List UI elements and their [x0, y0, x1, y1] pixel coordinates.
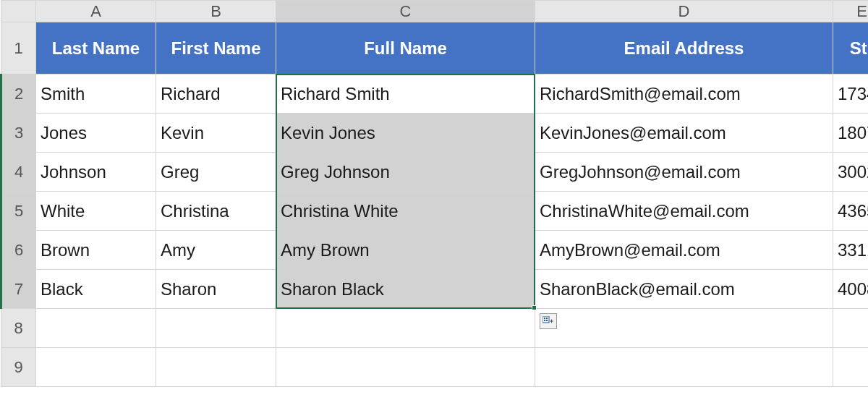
cell-A2[interactable]: Smith: [36, 75, 156, 114]
row-header-4[interactable]: 4: [1, 153, 36, 192]
cell-A5[interactable]: White: [36, 192, 156, 231]
autofill-options-icon: [542, 316, 554, 326]
cell-E2[interactable]: 1734: [833, 75, 869, 114]
cell-B1[interactable]: First Name: [156, 22, 276, 75]
svg-rect-4: [546, 320, 548, 321]
row-header-7[interactable]: 7: [1, 270, 36, 309]
cell-D9[interactable]: [535, 348, 833, 387]
cell-E5[interactable]: 4365: [833, 192, 869, 231]
cell-A9[interactable]: [36, 348, 156, 387]
svg-rect-2: [546, 318, 548, 319]
cell-C6[interactable]: Amy Brown: [276, 231, 535, 270]
row-header-3[interactable]: 3: [1, 114, 36, 153]
row-header-5[interactable]: 5: [1, 192, 36, 231]
cell-E1[interactable]: Str: [833, 22, 869, 75]
cell-B3[interactable]: Kevin: [156, 114, 276, 153]
cell-E6[interactable]: 3311: [833, 231, 869, 270]
svg-rect-1: [544, 318, 545, 319]
cell-E4[interactable]: 3002: [833, 153, 869, 192]
cell-D1[interactable]: Email Address: [535, 22, 833, 75]
cell-D2[interactable]: RichardSmith@email.com: [535, 75, 833, 114]
cell-D4[interactable]: GregJohnson@email.com: [535, 153, 833, 192]
cell-B9[interactable]: [156, 348, 276, 387]
row-header-1[interactable]: 1: [1, 22, 36, 75]
cell-D3[interactable]: KevinJones@email.com: [535, 114, 833, 153]
cell-A1[interactable]: Last Name: [36, 22, 156, 75]
cell-C9[interactable]: [276, 348, 535, 387]
cell-C2[interactable]: Richard Smith: [276, 75, 535, 114]
cell-E7[interactable]: 4008: [833, 270, 869, 309]
svg-rect-3: [544, 320, 545, 321]
cell-C7[interactable]: Sharon Black: [276, 270, 535, 309]
cell-E8[interactable]: [833, 309, 869, 348]
cell-D8[interactable]: [535, 309, 833, 348]
row-header-6[interactable]: 6: [1, 231, 36, 270]
col-header-B[interactable]: B: [156, 1, 276, 22]
cell-C5[interactable]: Christina White: [276, 192, 535, 231]
cell-D5[interactable]: ChristinaWhite@email.com: [535, 192, 833, 231]
select-all-corner[interactable]: [1, 1, 36, 22]
spreadsheet-grid[interactable]: A B C D E 1 Last Name First Name Full Na…: [0, 0, 868, 387]
cell-A8[interactable]: [36, 309, 156, 348]
col-header-E[interactable]: E: [833, 1, 869, 22]
cell-A4[interactable]: Johnson: [36, 153, 156, 192]
cell-C8[interactable]: [276, 309, 535, 348]
cell-D6[interactable]: AmyBrown@email.com: [535, 231, 833, 270]
cell-B4[interactable]: Greg: [156, 153, 276, 192]
cell-E3[interactable]: 1807: [833, 114, 869, 153]
cell-B2[interactable]: Richard: [156, 75, 276, 114]
cell-B6[interactable]: Amy: [156, 231, 276, 270]
cell-C3[interactable]: Kevin Jones: [276, 114, 535, 153]
cell-D7[interactable]: SharonBlack@email.com: [535, 270, 833, 309]
cell-B5[interactable]: Christina: [156, 192, 276, 231]
row-header-9[interactable]: 9: [1, 348, 36, 387]
cell-B8[interactable]: [156, 309, 276, 348]
svg-rect-0: [542, 316, 549, 323]
cell-A3[interactable]: Jones: [36, 114, 156, 153]
col-header-D[interactable]: D: [535, 1, 833, 22]
col-header-C[interactable]: C: [276, 1, 535, 22]
cell-A6[interactable]: Brown: [36, 231, 156, 270]
autofill-options-button[interactable]: [540, 313, 557, 329]
cell-A7[interactable]: Black: [36, 270, 156, 309]
row-header-2[interactable]: 2: [1, 75, 36, 114]
row-header-8[interactable]: 8: [1, 309, 36, 348]
cell-C1[interactable]: Full Name: [276, 22, 535, 75]
col-header-A[interactable]: A: [36, 1, 156, 22]
cell-B7[interactable]: Sharon: [156, 270, 276, 309]
cell-E9[interactable]: [833, 348, 869, 387]
cell-C4[interactable]: Greg Johnson: [276, 153, 535, 192]
